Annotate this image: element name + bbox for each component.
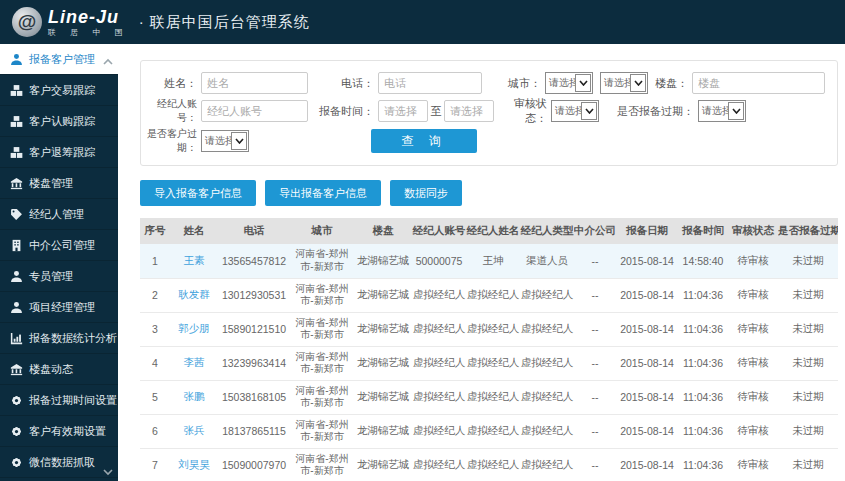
sidebar-item-8[interactable]: 专员管理 [0,261,118,292]
gear-icon [10,394,23,407]
estate-input[interactable] [692,72,825,94]
boxes-icon [10,84,23,97]
filter-panel: 姓名： 电话： 城市： 请选择 请选择 楼盘： [140,60,838,166]
table-row[interactable]: 5张鹏15038168105河南省-郑州市-新郑市龙湖锦艺城虚拟经纪人虚拟经纪人… [140,380,838,414]
column-header: 报备时间 [678,218,728,244]
sidebar-item-11[interactable]: 楼盘动态 [0,354,118,385]
sidebar-item-10[interactable]: 报备数据统计分析 [0,323,118,354]
column-header: 经纪人类型 [520,218,574,244]
column-header: 经纪人账号 [412,218,466,244]
column-header: 楼盘 [354,218,412,244]
table-cell: 5 [140,380,170,414]
sidebar-item-7[interactable]: 中介公司管理 [0,230,118,261]
customer-name-link[interactable]: 张兵 [184,424,205,436]
table-cell: 15090007970 [218,448,290,481]
table-cell: 龙湖锦艺城 [354,346,412,380]
table-cell: 龙湖锦艺城 [354,380,412,414]
table-cell: 18137865115 [218,414,290,448]
customer-name-link[interactable]: 耿发群 [178,288,210,300]
table-cell: 待审核 [728,346,778,380]
sidebar-item-13[interactable]: 客户有效期设置 [0,416,118,447]
agent-account-input[interactable] [201,100,308,122]
table-cell: 2015-08-14 [616,346,678,380]
report-expired-select[interactable]: 请选择 [698,100,746,122]
table-cell: 待审核 [728,278,778,312]
city-district-select[interactable]: 请选择 [600,72,648,94]
city-province-select[interactable]: 请选择 [545,72,593,94]
customer-name-link[interactable]: 王素 [184,254,205,266]
report-time-from-input[interactable] [378,100,428,122]
at-logo-icon: @ [12,7,42,37]
sidebar-item-9[interactable]: 项目经理管理 [0,292,118,323]
table-cell: 11:04:36 [678,312,728,346]
customer-name-link[interactable]: 刘昊昊 [178,458,210,470]
table-cell: 2 [140,278,170,312]
table-cell: -- [574,448,616,481]
table-cell: -- [574,380,616,414]
sidebar-item-4[interactable]: 客户退筹跟踪 [0,137,118,168]
table-cell: 13239963414 [218,346,290,380]
table-cell: 河南省-郑州市-新郑市 [290,346,354,380]
table-row[interactable]: 1王素13565457812河南省-郑州市-新郑市龙湖锦艺城50000075王坤… [140,244,838,278]
table-cell: 13565457812 [218,244,290,278]
sidebar-item-1[interactable]: 报备客户管理 [0,44,118,75]
table-cell: 虚拟经纪人 [466,312,520,346]
table-cell: 未过期 [778,414,838,448]
sidebar-item-label: 楼盘管理 [29,176,73,191]
action-button-1[interactable]: 导入报备客户信息 [140,180,256,206]
chart-icon [10,332,23,345]
column-header: 城市 [290,218,354,244]
table-cell: -- [574,244,616,278]
gear-icon [10,456,23,469]
customer-name-link[interactable]: 张鹏 [184,390,205,402]
sidebar-item-2[interactable]: 客户交易跟踪 [0,75,118,106]
sidebar-item-3[interactable]: 客户认购跟踪 [0,106,118,137]
customer-name-link[interactable]: 李茜 [184,356,205,368]
table-cell: 虚拟经纪人 [520,312,574,346]
table-cell: 未过期 [778,380,838,414]
sidebar-item-12[interactable]: 报备过期时间设置 [0,385,118,416]
action-button-3[interactable]: 数据同步 [390,180,462,206]
estate-label: 楼盘： [648,76,692,91]
chevron-up-icon[interactable] [102,53,114,63]
audit-status-select[interactable]: 请选择 [551,100,599,122]
name-input[interactable] [201,72,308,94]
table-row[interactable]: 3郭少朋15890121510河南省-郑州市-新郑市龙湖锦艺城虚拟经纪人虚拟经纪… [140,312,838,346]
table-row[interactable]: 6张兵18137865115河南省-郑州市-新郑市龙湖锦艺城虚拟经纪人虚拟经纪人… [140,414,838,448]
table-cell: 待审核 [728,414,778,448]
table-row[interactable]: 4李茜13239963414河南省-郑州市-新郑市龙湖锦艺城虚拟经纪人虚拟经纪人… [140,346,838,380]
table-cell: 虚拟经纪人 [520,278,574,312]
table-cell: 虚拟经纪人 [466,448,520,481]
sidebar-nav: 报备客户管理客户交易跟踪客户认购跟踪客户退筹跟踪楼盘管理经纪人管理中介公司管理专… [0,44,118,481]
boxes-icon [10,146,23,159]
customer-expired-select[interactable]: 请选择 [201,130,249,152]
customer-name-link[interactable]: 郭少朋 [178,322,210,334]
report-time-label: 报备时间： [308,104,378,119]
table-row[interactable]: 2耿发群13012930531河南省-郑州市-新郑市龙湖锦艺城虚拟经纪人虚拟经纪… [140,278,838,312]
sidebar-item-5[interactable]: 楼盘管理 [0,168,118,199]
customer-name-cell: 李茜 [170,346,218,380]
chevron-down-icon[interactable] [102,463,114,473]
sidebar-item-label: 报备客户管理 [29,52,95,67]
table-cell: 3 [140,312,170,346]
table-cell: 11:04:36 [678,346,728,380]
column-header: 序号 [140,218,170,244]
table-cell: 待审核 [728,244,778,278]
sidebar-item-6[interactable]: 经纪人管理 [0,199,118,230]
table-cell: 虚拟经纪人 [520,448,574,481]
sidebar-item-label: 客户认购跟踪 [29,114,95,129]
query-button[interactable]: 查 询 [371,129,477,153]
table-cell: 11:04:36 [678,448,728,481]
sidebar-item-label: 微信数据抓取 [29,455,95,470]
chevron-down-icon [231,132,247,150]
action-button-2[interactable]: 导出报备客户信息 [265,180,381,206]
table-row[interactable]: 7刘昊昊15090007970河南省-郑州市-新郑市龙湖锦艺城虚拟经纪人虚拟经纪… [140,448,838,481]
sidebar-item-14[interactable]: 微信数据抓取 [0,447,118,478]
phone-input[interactable] [378,72,482,94]
table-cell: 虚拟经纪人 [412,448,466,481]
report-customers-table: 序号姓名电话城市楼盘经纪人账号经纪人姓名经纪人类型中介公司报备日期报备时间审核状… [140,218,838,481]
customer-name-cell: 郭少朋 [170,312,218,346]
user-icon [10,301,23,314]
table-cell: 50000075 [412,244,466,278]
report-time-to-input[interactable] [444,100,494,122]
